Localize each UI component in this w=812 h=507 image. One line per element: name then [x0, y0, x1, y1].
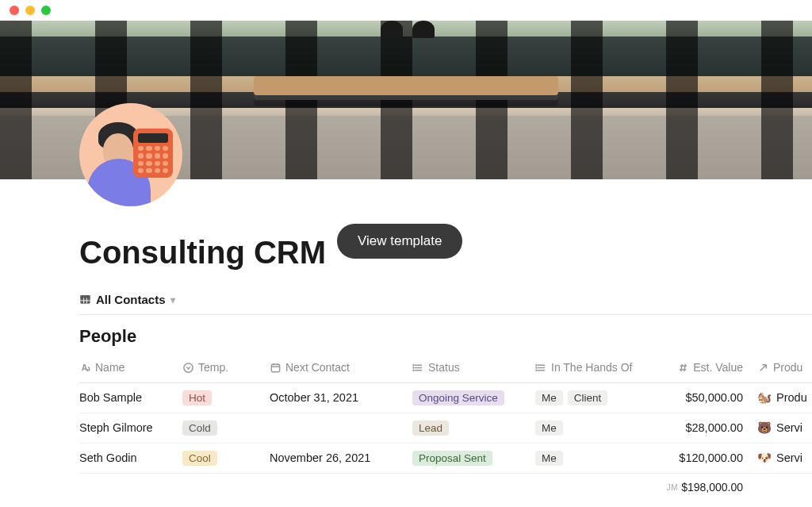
chevron-down-icon: ▾: [170, 294, 175, 305]
page-icon[interactable]: [79, 103, 182, 206]
cell-name[interactable]: Steph Gilmore: [79, 413, 182, 443]
svg-rect-1: [80, 295, 90, 298]
svg-point-21: [536, 370, 537, 371]
view-template-button[interactable]: View template: [337, 224, 462, 259]
text-icon: [79, 362, 91, 374]
svg-point-13: [413, 364, 414, 365]
table-row[interactable]: Bob SampleHotOctober 31, 2021Ongoing Ser…: [79, 382, 812, 413]
column-temp[interactable]: Temp.: [182, 355, 270, 382]
cell-hands-of[interactable]: MeClient: [535, 382, 662, 413]
product-emoji-icon: 🐶: [757, 451, 772, 465]
cell-product[interactable]: 🐿️Produ: [757, 382, 812, 413]
column-next-contact[interactable]: Next Contact: [270, 355, 412, 382]
window-chrome: [0, 0, 812, 21]
cell-est-value[interactable]: $28,000.00: [662, 413, 757, 443]
cell-next-contact[interactable]: [270, 413, 412, 443]
table-row[interactable]: Seth GodinCoolNovember 26, 2021Proposal …: [79, 443, 812, 473]
cell-hands-of[interactable]: Me: [535, 443, 662, 473]
column-name[interactable]: Name: [79, 355, 182, 382]
svg-point-15: [413, 370, 414, 371]
table-row[interactable]: Steph GilmoreColdLeadMe$28,000.00🐻Servi: [79, 413, 812, 443]
cell-next-contact[interactable]: November 26, 2021: [270, 443, 412, 473]
calendar-icon: [270, 362, 282, 374]
cell-status[interactable]: Lead: [412, 413, 535, 443]
contacts-table: Name Temp. Next Contact: [79, 355, 812, 501]
select-icon: [182, 362, 194, 374]
cell-product[interactable]: 🐻Servi: [757, 413, 812, 443]
multiselect-icon: [535, 362, 547, 374]
svg-point-19: [536, 364, 537, 365]
cell-temp[interactable]: Hot: [182, 382, 270, 413]
number-icon: [677, 362, 689, 374]
relation-icon: [757, 362, 769, 374]
cell-status[interactable]: Proposal Sent: [412, 443, 535, 473]
svg-line-24: [681, 363, 682, 371]
cell-est-value[interactable]: $50,000.00: [662, 382, 757, 413]
window-minimize-button[interactable]: [25, 6, 35, 15]
svg-rect-6: [271, 364, 279, 371]
cell-est-value[interactable]: $120,000.00: [662, 443, 757, 473]
calculator-icon: [133, 129, 173, 178]
svg-point-5: [184, 363, 193, 371]
column-product[interactable]: Produ: [757, 355, 812, 382]
svg-line-25: [684, 363, 685, 371]
section-title: People: [79, 326, 812, 347]
cell-name[interactable]: Bob Sample: [79, 382, 182, 413]
table-icon: [79, 294, 91, 305]
svg-point-20: [536, 367, 537, 368]
cell-temp[interactable]: Cold: [182, 413, 270, 443]
cell-next-contact[interactable]: October 31, 2021: [270, 382, 412, 413]
column-est-value[interactable]: Est. Value: [662, 355, 757, 382]
cell-hands-of[interactable]: Me: [535, 413, 662, 443]
window-close-button[interactable]: [10, 6, 19, 15]
window-zoom-button[interactable]: [41, 6, 51, 15]
svg-point-14: [413, 367, 414, 368]
product-emoji-icon: 🐻: [757, 421, 772, 435]
est-value-sum: JM$198,000.00: [662, 473, 757, 501]
cell-name[interactable]: Seth Godin: [79, 443, 182, 473]
cell-temp[interactable]: Cool: [182, 443, 270, 473]
view-selector[interactable]: All Contacts ▾: [79, 293, 812, 315]
product-emoji-icon: 🐿️: [757, 391, 772, 405]
column-hands-of[interactable]: In The Hands Of: [535, 355, 662, 382]
multiselect-icon: [412, 362, 424, 374]
cell-status[interactable]: Ongoing Service: [412, 382, 535, 413]
view-name: All Contacts: [96, 293, 166, 306]
column-status[interactable]: Status: [412, 355, 535, 382]
cell-product[interactable]: 🐶Servi: [757, 443, 812, 473]
